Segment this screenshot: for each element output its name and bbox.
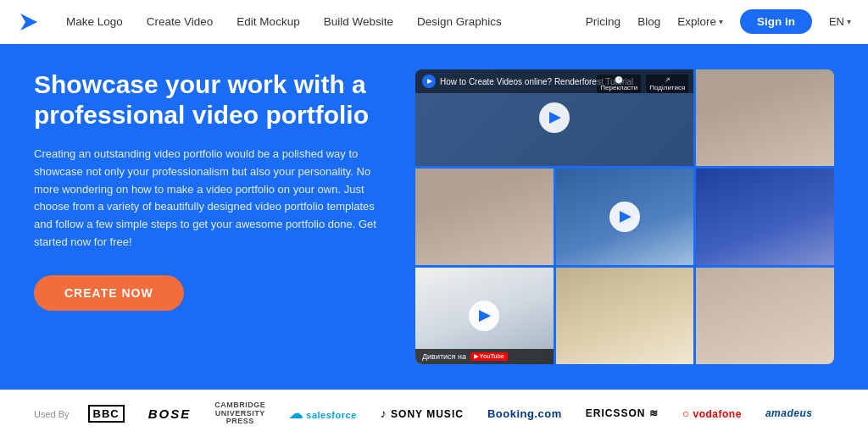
logo-icon [17,10,41,34]
grid-cell-3[interactable] [415,169,554,265]
translate-label: Перекласти [600,84,637,91]
sony-logo: ♪ SONY MUSIC [381,407,464,420]
used-by-label: Used By [34,409,70,419]
logo[interactable] [17,10,41,34]
hero-description: Creating an outstanding video portfolio … [34,146,381,252]
nav-edit-mockup[interactable]: Edit Mockup [236,15,299,28]
play-triangle-icon-3 [479,310,491,322]
grid-cell-8[interactable] [696,268,834,364]
lang-chevron-icon: ▾ [847,17,851,26]
share-label: Поділитися [649,84,685,91]
svg-marker-0 [20,14,37,30]
brand-logos: BBC BOSE CAMBRIDGEUNIVERSITYPRESS ☁ sale… [88,401,834,427]
ericsson-logo: ERICSSON ≋ [586,407,659,419]
hero-section: Showcase your work with a professional v… [0,44,868,390]
vodafone-logo: ○ vodafone [682,407,742,420]
nav-blog[interactable]: Blog [637,15,660,28]
nav-explore[interactable]: Explore ▾ [677,15,723,28]
cambridge-logo: CAMBRIDGEUNIVERSITYPRESS [214,401,265,427]
nav-right: Pricing Blog Explore ▾ Sign in EN ▾ [586,9,851,34]
language-selector[interactable]: EN ▾ [829,15,851,28]
nav-create-video[interactable]: Create Video [147,15,214,28]
bose-logo: BOSE [148,407,192,421]
play-triangle-icon [549,112,561,124]
nav-make-logo[interactable]: Make Logo [66,15,123,28]
amadeus-logo: amadeus [765,407,813,419]
grid-cell-5[interactable] [696,169,834,265]
bbc-logo: BBC [88,405,125,423]
hero-video-grid: How to Create Videos online? Renderfores… [415,69,834,364]
chevron-down-icon: ▾ [719,17,723,26]
grid-cell-6[interactable]: Дивитися на ▶ YouTube [415,268,554,364]
nav-build-website[interactable]: Build Website [324,15,393,28]
navbar: Make Logo Create Video Edit Mockup Build… [0,0,868,44]
play-button-3[interactable] [469,301,499,331]
salesforce-logo: ☁ salesforce [289,406,356,422]
youtube-watch-label: Дивитися на [422,352,466,361]
booking-logo: Booking.com [487,407,562,420]
hero-title: Showcase your work with a professional v… [34,69,381,130]
play-button[interactable] [539,102,570,133]
grid-cell-7[interactable] [556,268,694,364]
youtube-bar: Дивитися на ▶ YouTube [415,349,554,364]
nav-pricing[interactable]: Pricing [586,15,620,28]
play-triangle-icon-2 [620,211,632,223]
explore-label: Explore [677,15,716,28]
nav-links: Make Logo Create Video Edit Mockup Build… [66,15,586,28]
lang-label: EN [829,15,844,28]
create-now-button[interactable]: CREATE NOW [34,275,184,311]
grid-cell-2[interactable] [696,69,834,166]
youtube-logo: ▶ YouTube [470,352,508,361]
share-icon: ↗ Поділитися [646,75,688,93]
grid-cell-main[interactable]: How to Create Videos online? Renderfores… [415,69,693,166]
signin-button[interactable]: Sign in [740,9,812,34]
play-button-2[interactable] [609,202,640,232]
logos-bar: Used By BBC BOSE CAMBRIDGEUNIVERSITYPRES… [0,390,868,437]
small-play-icon [422,75,436,88]
hero-left: Showcase your work with a professional v… [34,69,390,364]
top-right-icons: 🕐 Перекласти ↗ Поділитися [597,75,688,93]
nav-design-graphics[interactable]: Design Graphics [417,15,502,28]
clock-icon: 🕐 Перекласти [597,75,641,93]
grid-cell-4[interactable] [556,169,694,265]
